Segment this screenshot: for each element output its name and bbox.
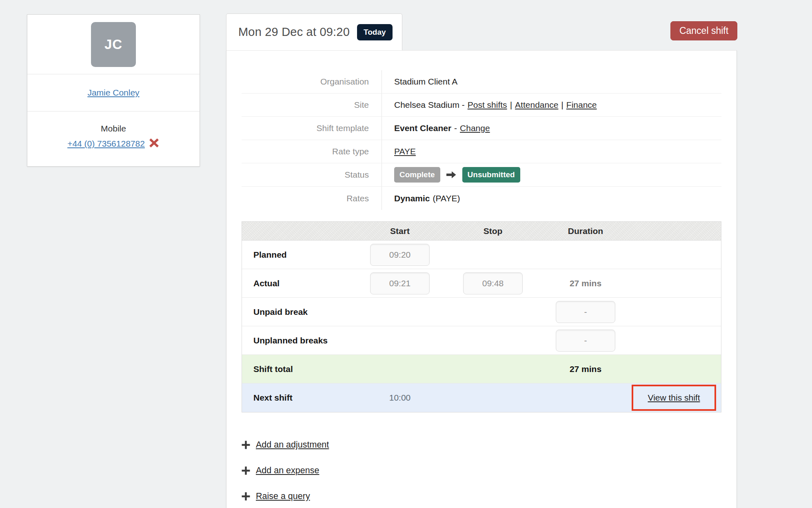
worker-profile-card: JC Jamie Conley Mobile +44 (0) 735612878… (27, 14, 200, 167)
arrow-right-icon (446, 171, 457, 179)
unpaid-break-label: Unpaid break (242, 307, 353, 317)
planned-start-input[interactable] (370, 244, 430, 266)
table-row-unplanned-breaks: Unplanned breaks (242, 326, 721, 355)
shift-times-table: Start Stop Duration Planned Actual 27 mi… (242, 221, 721, 412)
table-row-next-shift: Next shift 10:00 View this shift (242, 383, 721, 412)
status-badge-unsubmitted: Unsubmitted (462, 167, 520, 183)
plus-icon[interactable] (242, 492, 250, 501)
shift-total-label: Shift total (242, 364, 353, 374)
next-shift-start-time: 10:00 (353, 393, 446, 403)
shift-template-label: Shift template (242, 117, 382, 140)
raise-query-row: Raise a query (242, 489, 721, 503)
detail-row-shift-template: Shift template Event Cleaner - Change (242, 117, 721, 140)
site-label: Site (242, 94, 382, 116)
detail-row-rate-type: Rate type PAYE (242, 140, 721, 163)
table-row-unpaid-break: Unpaid break (242, 298, 721, 326)
detail-row-site: Site Chelsea Stadium - Post shifts | Att… (242, 94, 721, 117)
status-badge-complete: Complete (394, 167, 440, 183)
shift-date-tab: Mon 29 Dec at 09:20 Today (226, 13, 402, 50)
table-row-actual: Actual 27 mins (242, 269, 721, 298)
plus-icon[interactable] (242, 441, 250, 449)
today-badge: Today (357, 24, 393, 40)
shift-detail-panel: Organisation Stadium Client A Site Chels… (226, 50, 737, 508)
rates-value: Dynamic (394, 194, 430, 203)
shift-template-value: Event Cleaner (394, 123, 451, 133)
shift-details-section: Organisation Stadium Client A Site Chels… (242, 70, 721, 210)
site-link-separator: | (561, 100, 563, 110)
detail-row-organisation: Organisation Stadium Client A (242, 70, 721, 94)
post-shifts-link[interactable]: Post shifts (468, 100, 507, 110)
shift-date-title: Mon 29 Dec at 09:20 (238, 25, 350, 39)
site-name: Chelsea Stadium - (394, 100, 465, 110)
column-header-duration: Duration (539, 226, 632, 236)
shift-actions-section: Add an adjustment Add an expense Raise a… (242, 438, 721, 503)
organisation-label: Organisation (242, 70, 382, 93)
column-header-stop: Stop (446, 226, 539, 236)
remove-phone-icon[interactable] (149, 138, 160, 149)
plus-icon[interactable] (242, 466, 250, 475)
raise-query-link[interactable]: Raise a query (256, 491, 310, 501)
add-expense-row: Add an expense (242, 463, 721, 477)
column-header-start: Start (353, 226, 446, 236)
unpaid-break-input[interactable] (556, 301, 615, 323)
detail-row-rates: Rates Dynamic (PAYE) (242, 187, 721, 210)
avatar-initials: JC (104, 37, 122, 52)
table-row-planned: Planned (242, 241, 721, 269)
view-shift-highlight-box: View this shift (632, 385, 716, 411)
add-adjustment-link[interactable]: Add an adjustment (256, 440, 329, 450)
actual-duration: 27 mins (539, 279, 632, 288)
add-adjustment-row: Add an adjustment (242, 438, 721, 452)
actual-label: Actual (242, 279, 353, 288)
phone-type-label: Mobile (27, 124, 200, 134)
unplanned-breaks-input[interactable] (556, 330, 615, 352)
shift-template-joiner: - (454, 123, 457, 133)
shift-total-duration: 27 mins (539, 364, 632, 374)
organisation-value: Stadium Client A (394, 77, 457, 87)
next-shift-label: Next shift (242, 393, 353, 403)
rates-label: Rates (242, 187, 382, 210)
avatar: JC (91, 22, 136, 67)
rate-type-link[interactable]: PAYE (394, 147, 416, 156)
planned-label: Planned (242, 250, 353, 260)
status-label: Status (242, 163, 382, 186)
times-table-header: Start Stop Duration (242, 222, 721, 241)
actual-stop-input[interactable] (463, 272, 523, 294)
rates-suffix: (PAYE) (433, 194, 460, 203)
detail-row-status: Status Complete Unsubmitted (242, 163, 721, 187)
attendance-link[interactable]: Attendance (515, 100, 558, 110)
table-row-shift-total: Shift total 27 mins (242, 355, 721, 383)
unplanned-breaks-label: Unplanned breaks (242, 336, 353, 345)
finance-link[interactable]: Finance (566, 100, 597, 110)
change-template-link[interactable]: Change (460, 123, 490, 133)
worker-name-link[interactable]: Jamie Conley (87, 88, 139, 98)
phone-number-link[interactable]: +44 (0) 7356128782 (67, 139, 145, 149)
view-this-shift-link[interactable]: View this shift (648, 393, 700, 403)
add-expense-link[interactable]: Add an expense (256, 466, 319, 476)
cancel-shift-button[interactable]: Cancel shift (670, 21, 737, 40)
site-link-separator: | (510, 100, 512, 110)
rate-type-label: Rate type (242, 140, 382, 163)
actual-start-input[interactable] (370, 272, 430, 294)
